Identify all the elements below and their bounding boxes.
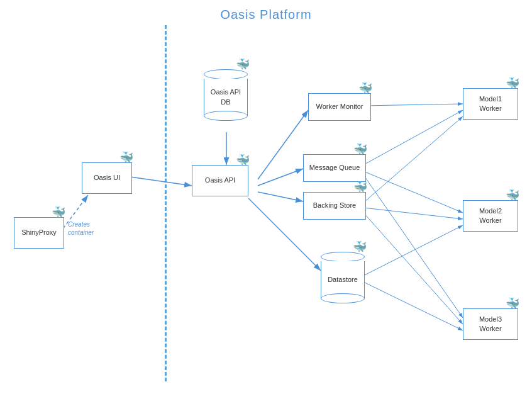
svg-line-13 (363, 116, 463, 203)
svg-line-7 (258, 192, 303, 201)
svg-line-5 (258, 110, 308, 179)
model2-docker-icon: 🐳 (504, 189, 521, 202)
page-title: Oasis Platform (0, 8, 532, 22)
oasis-api-db-docker-icon: 🐳 (234, 58, 252, 70)
worker-monitor-docker-icon: 🐳 (357, 82, 374, 95)
backing-store-docker-icon: 🐳 (352, 181, 369, 194)
cyl-body: Oasis APIDB (204, 79, 248, 116)
svg-line-6 (258, 169, 303, 186)
backing-store-box: 🐳 Backing Store (303, 192, 366, 220)
arrows-svg (0, 0, 532, 394)
shinyproxy-label: ShinyProxy (21, 228, 57, 237)
datastore-cyl-body: Datastore (321, 261, 365, 299)
svg-line-17 (363, 282, 463, 330)
svg-line-12 (363, 175, 463, 318)
svg-line-9 (363, 104, 463, 106)
model3-label: Model3Worker (479, 315, 502, 334)
model2-worker-box: 🐳 Model2Worker (463, 200, 518, 232)
divider (165, 25, 167, 381)
shinyproxy-docker-icon: 🐳 (50, 206, 67, 219)
backing-store-label: Backing Store (313, 201, 356, 210)
svg-line-15 (363, 213, 463, 324)
creates-label: Creates container (68, 220, 106, 237)
datastore-box: 🐳 Datastore (321, 252, 365, 299)
shinyproxy-box: 🐳 ShinyProxy (14, 217, 64, 249)
oasis-api-docker-icon: 🐳 (234, 154, 252, 167)
model1-worker-box: 🐳 Model1Worker (463, 88, 518, 120)
worker-monitor-box: 🐳 Worker Monitor (308, 93, 371, 121)
oasis-ui-box: 🐳 Oasis UI (82, 162, 132, 194)
diagram-container: Oasis Platform (0, 0, 532, 394)
message-queue-box: 🐳 Message Queue (303, 154, 366, 182)
datastore-label: Datastore (328, 275, 358, 284)
datastore-docker-icon: 🐳 (351, 240, 369, 253)
cyl-bottom-ellipse (204, 111, 248, 121)
oasis-ui-docker-icon: 🐳 (118, 152, 135, 164)
model1-docker-icon: 🐳 (504, 77, 521, 90)
model2-label: Model2Worker (479, 206, 502, 226)
svg-line-11 (363, 171, 463, 213)
worker-monitor-label: Worker Monitor (316, 102, 363, 111)
message-queue-label: Message Queue (309, 163, 360, 172)
datastore-cyl-bottom (321, 293, 365, 303)
svg-line-14 (363, 208, 463, 219)
oasis-api-db-label: Oasis APIDB (211, 87, 241, 107)
svg-line-10 (363, 110, 463, 165)
oasis-ui-label: Oasis UI (94, 173, 120, 183)
oasis-api-box: 🐳 Oasis API (192, 165, 248, 196)
oasis-api-db-box: 🐳 Oasis APIDB (204, 69, 248, 116)
model1-label: Model1Worker (479, 94, 502, 114)
oasis-api-label: Oasis API (205, 176, 235, 185)
model3-docker-icon: 🐳 (504, 298, 521, 310)
model3-worker-box: 🐳 Model3Worker (463, 308, 518, 340)
svg-line-3 (126, 176, 192, 186)
message-queue-docker-icon: 🐳 (352, 144, 369, 156)
svg-line-16 (363, 225, 463, 276)
